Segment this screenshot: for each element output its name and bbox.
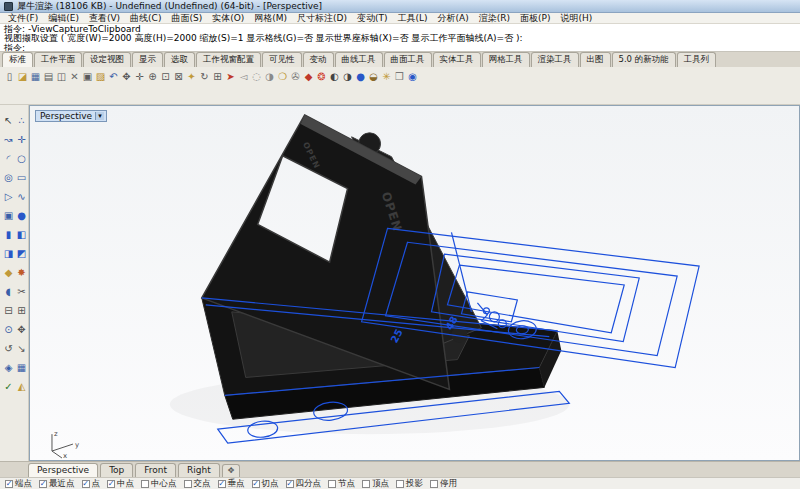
menu-item[interactable]: 曲面(S) [166, 12, 207, 25]
toolbar-tab[interactable]: 工作平面 [34, 52, 82, 67]
osnap-checkbox[interactable] [39, 480, 47, 488]
osnap-checkbox[interactable] [396, 480, 404, 488]
osnap-toggle[interactable]: 节点 [328, 478, 355, 489]
osnap-toggle[interactable]: 投影 [396, 478, 423, 489]
split-icon[interactable]: ⊟ [2, 301, 15, 320]
viewport-canvas[interactable]: OPEN OPEN [30, 106, 799, 460]
undo-icon[interactable]: ↶ [107, 69, 120, 84]
lock-icon[interactable]: ✇ [289, 69, 302, 84]
capture-view-icon[interactable]: ❒ [393, 69, 406, 84]
copy-icon[interactable]: ▣ [81, 69, 94, 84]
osnap-toggle[interactable]: 切点 [252, 478, 279, 489]
osnap-checkbox[interactable] [218, 480, 226, 488]
display-mode-icon[interactable]: ◑ [263, 69, 276, 84]
sphere-tool-icon[interactable]: ● [15, 206, 28, 225]
osnap-checkbox[interactable] [252, 480, 260, 488]
viewport-title-tab[interactable]: Perspective ▾ [35, 110, 107, 122]
settings-gear-icon[interactable]: ✳ [380, 69, 393, 84]
rotate-object-icon[interactable]: ↺ [2, 339, 15, 358]
delete-icon[interactable]: ✕ [68, 69, 81, 84]
rotate-view-icon[interactable]: ↻ [198, 69, 211, 84]
box-tool-icon[interactable]: ▣ [2, 206, 15, 225]
join-icon[interactable]: ⊞ [15, 301, 28, 320]
osnap-checkbox[interactable] [5, 480, 13, 488]
toolbar-tab[interactable]: 工具列 [677, 52, 717, 67]
grid-icon[interactable]: ⊞ [211, 69, 224, 84]
command-prompt[interactable]: 指令: [4, 44, 796, 52]
command-history[interactable]: 指令: -ViewCaptureToClipboard 视图撷取设置 ( 宽度(… [0, 24, 800, 52]
toolbar-tab[interactable]: 标准 [2, 52, 33, 67]
ghosted-sphere-icon[interactable]: ◑ [341, 69, 354, 84]
osnap-toggle[interactable]: 端点 [5, 478, 32, 489]
boolean-union-icon[interactable]: ◆ [2, 263, 15, 282]
set-view-icon[interactable]: ◅ [237, 69, 250, 84]
surface-tool-icon[interactable]: ◧ [15, 225, 28, 244]
osnap-toggle[interactable]: 交点 [184, 478, 211, 489]
toolbar-tab[interactable]: 选取 [164, 52, 195, 67]
menu-item[interactable]: 分析(A) [433, 12, 474, 25]
osnap-checkbox[interactable] [362, 480, 370, 488]
render-icon[interactable]: ◆ [302, 69, 315, 84]
viewport-menu-chevron-icon[interactable]: ▾ [95, 112, 104, 120]
control-point-icon[interactable]: ✛ [15, 130, 28, 149]
toolbar-tab[interactable]: 出图 [580, 52, 611, 67]
loft-tool-icon[interactable]: ◨ [2, 244, 15, 263]
circle-tool-icon[interactable]: ○ [15, 149, 28, 168]
help-icon[interactable]: ◉ [406, 69, 419, 84]
menu-item[interactable]: 面板(P) [515, 12, 555, 25]
toolbar-tab[interactable]: 渲染工具 [531, 52, 579, 67]
scale-object-icon[interactable]: ↘ [15, 339, 28, 358]
helix-tool-icon[interactable]: ∿ [15, 187, 28, 206]
toolbar-tab[interactable]: 显示 [132, 52, 163, 67]
osnap-checkbox[interactable] [141, 480, 149, 488]
perspective-viewport[interactable]: Perspective ▾ [29, 105, 800, 461]
mirror-icon[interactable]: ◈ [2, 358, 15, 377]
array-icon[interactable]: ▦ [15, 358, 28, 377]
menu-item[interactable]: 变动(T) [352, 12, 393, 25]
osnap-checkbox[interactable] [286, 480, 294, 488]
zoom-icon[interactable]: ⊕ [146, 69, 159, 84]
osnap-toggle[interactable]: 最近点 [39, 478, 75, 489]
toolbar-tab[interactable]: 曲线工具 [335, 52, 383, 67]
menu-item[interactable]: 工具(L) [393, 12, 433, 25]
cylinder-tool-icon[interactable]: ▮ [2, 225, 15, 244]
zoom-window-icon[interactable]: ⊡ [159, 69, 172, 84]
viewport-tab[interactable]: Front [135, 463, 176, 477]
curve-tool-icon[interactable]: ↝ [2, 130, 15, 149]
osnap-toggle[interactable]: 点 [82, 478, 101, 489]
extrude-tool-icon[interactable]: ◩ [15, 244, 28, 263]
open-file-icon[interactable]: ◪ [16, 69, 29, 84]
save-icon[interactable]: ▦ [29, 69, 42, 84]
print-icon[interactable]: ▤ [42, 69, 55, 84]
toolbar-tab[interactable]: 设定视图 [83, 52, 131, 67]
osnap-toggle[interactable]: 中点 [107, 478, 134, 489]
menu-item[interactable]: 曲线(C) [125, 12, 166, 25]
toolbar-tab[interactable]: 网格工具 [482, 52, 530, 67]
layer-icon[interactable]: ◌ [250, 69, 263, 84]
menu-item[interactable]: 查看(V) [84, 12, 125, 25]
pan-icon[interactable]: ✥ [120, 69, 133, 84]
viewport-tab[interactable]: Right [178, 463, 220, 477]
zoom-extents-icon[interactable]: ⊠ [172, 69, 185, 84]
rectangle-tool-icon[interactable]: ▭ [15, 168, 28, 187]
toolbar-tab[interactable]: 工作视窗配置 [196, 52, 261, 67]
copy-view-icon[interactable]: ◫ [55, 69, 68, 84]
new-file-icon[interactable]: ▯ [3, 69, 16, 84]
viewport-tab[interactable]: Perspective [28, 463, 98, 477]
key-icon[interactable]: ✦ [185, 69, 198, 84]
texture-icon[interactable]: ◒ [367, 69, 380, 84]
toolbar-tab[interactable]: 可见性 [262, 52, 302, 67]
explode-icon[interactable]: ✸ [15, 263, 28, 282]
select-arrow-icon[interactable]: ↖ [2, 111, 15, 130]
menu-item[interactable]: 文件(F) [3, 12, 43, 25]
toolbar-tab[interactable]: 曲面工具 [384, 52, 432, 67]
fillet-icon[interactable]: ◖ [2, 282, 15, 301]
menu-item[interactable]: 说明(H) [556, 12, 598, 25]
fly-through-icon[interactable]: ➤ [224, 69, 237, 84]
toolbar-tab[interactable]: 变动 [303, 52, 334, 67]
paste-icon[interactable]: ▨ [94, 69, 107, 84]
trim-icon[interactable]: ✂ [15, 282, 28, 301]
offset-icon[interactable]: ⊙ [2, 320, 15, 339]
osnap-toggle[interactable]: 顶点 [362, 478, 389, 489]
osnap-toggle[interactable]: 垂点 [218, 478, 245, 489]
